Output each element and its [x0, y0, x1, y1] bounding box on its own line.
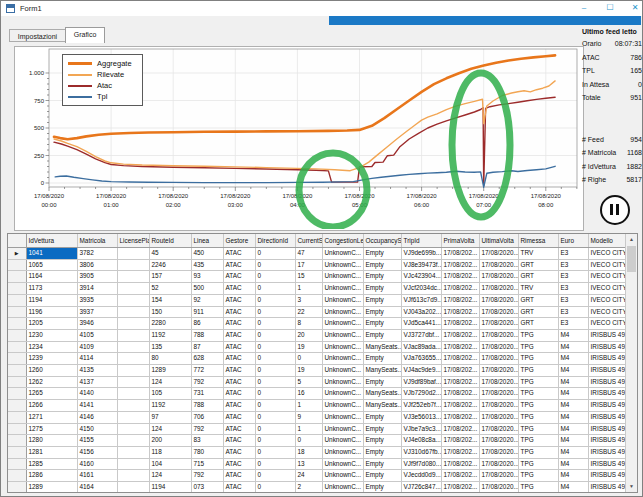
cell[interactable]: UnknownC...	[322, 294, 363, 306]
cell[interactable]: Empty	[363, 271, 401, 283]
cell[interactable]: 17/08/2020...	[479, 446, 518, 458]
cell[interactable]: 150	[149, 306, 191, 318]
cell[interactable]: ManySeats...	[363, 388, 401, 400]
cell[interactable]: M4	[558, 458, 588, 470]
cell[interactable]: 47	[295, 248, 322, 260]
cell[interactable]: 17/08/2020...	[479, 388, 518, 400]
cell[interactable]: Empty	[363, 329, 401, 341]
cell[interactable]: 18	[295, 446, 322, 458]
cell[interactable]: M4	[558, 353, 588, 365]
cell[interactable]: 1194	[26, 294, 77, 306]
row-header[interactable]	[8, 353, 26, 365]
cell[interactable]: 17/08/2020...	[479, 353, 518, 365]
cell[interactable]: ManySeats...	[363, 341, 401, 353]
cell[interactable]: 15	[295, 271, 322, 283]
cell[interactable]: 83	[191, 435, 223, 447]
cell[interactable]: Empty	[363, 306, 401, 318]
row-header[interactable]	[8, 283, 26, 295]
cell[interactable]: 135	[149, 341, 191, 353]
cell[interactable]: 17/08/202...	[441, 446, 479, 458]
cell[interactable]: TRV	[518, 283, 558, 295]
cell[interactable]: VJ8e39473f...	[401, 259, 441, 271]
cell[interactable]: IRISBUS 49...	[588, 329, 626, 341]
row-header[interactable]	[8, 271, 26, 283]
cell[interactable]: 1192	[149, 400, 191, 412]
cell[interactable]: 1275	[26, 423, 77, 435]
cell[interactable]: 17/08/2020...	[479, 341, 518, 353]
cell[interactable]: UnknownC...	[322, 388, 363, 400]
cell[interactable]: ATAC	[223, 329, 255, 341]
cell[interactable]: ATAC	[223, 294, 255, 306]
cell[interactable]: IVECO CITY...	[588, 259, 626, 271]
cell[interactable]: 17/08/202...	[441, 435, 479, 447]
cell[interactable]: UnknownC...	[322, 271, 363, 283]
cell[interactable]: Empty	[363, 411, 401, 423]
cell[interactable]: IRISBUS 49...	[588, 423, 626, 435]
cell[interactable]: 17/08/2020...	[479, 482, 518, 493]
cell[interactable]: VJ4e08c8a...	[401, 435, 441, 447]
cell[interactable]: E3	[558, 248, 588, 260]
cell[interactable]: 1281	[26, 446, 77, 458]
cell[interactable]: M4	[558, 423, 588, 435]
cell[interactable]: UnknownC...	[322, 446, 363, 458]
cell[interactable]: IRISBUS 49...	[588, 482, 626, 493]
cell[interactable]: 1289	[149, 365, 191, 377]
cell[interactable]: Empty	[363, 283, 401, 295]
cell[interactable]: 3905	[77, 271, 117, 283]
cell[interactable]: 1265	[26, 388, 77, 400]
cell[interactable]: 4150	[77, 423, 117, 435]
cell[interactable]: UnknownC...	[322, 365, 363, 377]
cell[interactable]: 0	[255, 271, 295, 283]
cell[interactable]: IRISBUS 49...	[588, 446, 626, 458]
cell[interactable]: Empty	[363, 353, 401, 365]
grid-vertical-scrollbar[interactable]: ▲ ▼	[625, 234, 637, 492]
column-header-rimessa[interactable]: Rimessa	[518, 234, 558, 248]
cell[interactable]: TPG	[518, 353, 558, 365]
cell[interactable]: ATAC	[223, 306, 255, 318]
cell[interactable]: 0	[295, 353, 322, 365]
cell[interactable]: VJac89ada...	[401, 341, 441, 353]
cell[interactable]: E3	[558, 318, 588, 330]
cell[interactable]: UnknownC...	[322, 353, 363, 365]
cell[interactable]: ATAC	[223, 341, 255, 353]
cell[interactable]	[117, 248, 149, 260]
cell[interactable]: TPG	[518, 341, 558, 353]
cell[interactable]: VJb7290d2...	[401, 388, 441, 400]
cell[interactable]: VJ043a202...	[401, 306, 441, 318]
cell[interactable]: 2280	[149, 318, 191, 330]
cell[interactable]: 17/08/202...	[441, 365, 479, 377]
cell[interactable]: 105	[149, 388, 191, 400]
cell[interactable]	[117, 365, 149, 377]
column-header-occupancyst[interactable]: OccupancySt	[363, 234, 401, 248]
cell[interactable]: GRT	[518, 271, 558, 283]
cell[interactable]: 17/08/202...	[441, 271, 479, 283]
row-header[interactable]	[8, 294, 26, 306]
cell[interactable]: TPG	[518, 423, 558, 435]
cell[interactable]: 1239	[26, 353, 77, 365]
cell[interactable]: Empty	[363, 259, 401, 271]
cell[interactable]: 0	[255, 482, 295, 493]
cell[interactable]: TPG	[518, 365, 558, 377]
cell[interactable]: 715	[191, 458, 223, 470]
cell[interactable]: GRT	[518, 294, 558, 306]
column-header-primavolta[interactable]: PrimaVolta	[441, 234, 479, 248]
cell[interactable]: M4	[558, 482, 588, 493]
cell[interactable]: 0	[255, 376, 295, 388]
cell[interactable]	[117, 283, 149, 295]
cell[interactable]: VJ9df89baf...	[401, 376, 441, 388]
cell[interactable]: IVECO CITY...	[588, 283, 626, 295]
cell[interactable]: 19	[295, 365, 322, 377]
cell[interactable]: TPG	[518, 329, 558, 341]
cell[interactable]: IRISBUS 49...	[588, 411, 626, 423]
cell[interactable]: TPG	[518, 435, 558, 447]
column-header-tripid[interactable]: TripId	[401, 234, 441, 248]
cell[interactable]: M4	[558, 388, 588, 400]
cell[interactable]: 435	[191, 259, 223, 271]
cell[interactable]: 1173	[26, 283, 77, 295]
cell[interactable]: 4141	[77, 400, 117, 412]
cell[interactable]: 788	[191, 329, 223, 341]
cell[interactable]: IRISBUS 49...	[588, 388, 626, 400]
column-header-directionid[interactable]: DirectionId	[255, 234, 295, 248]
cell[interactable]: VJc423904...	[401, 271, 441, 283]
cell[interactable]: 792	[191, 470, 223, 482]
